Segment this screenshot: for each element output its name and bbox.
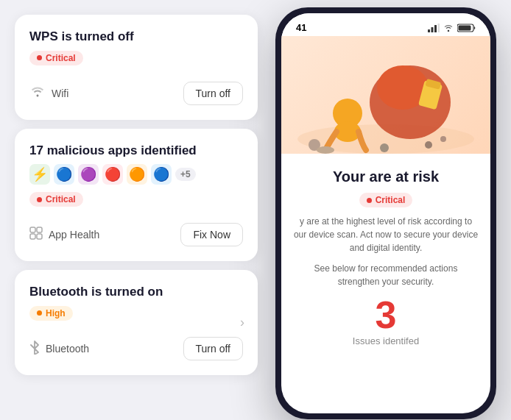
battery-icon	[457, 24, 476, 32]
malicious-card-title: 17 malicious apps identified	[29, 143, 243, 158]
svg-rect-3	[37, 234, 42, 239]
phone-screen: 41	[281, 13, 490, 413]
wps-footer-text: Wifi	[52, 88, 68, 99]
malicious-footer-label: App Health	[29, 227, 99, 243]
signal-icon	[428, 24, 440, 32]
wps-badge: Critical	[29, 51, 83, 65]
wps-badge-dot	[37, 55, 42, 60]
svg-point-16	[380, 143, 389, 152]
svg-rect-2	[30, 234, 35, 239]
malicious-badge-label: Critical	[46, 194, 76, 204]
wps-badge-label: Critical	[46, 53, 76, 63]
app-icon-3: 🟣	[78, 164, 99, 185]
svg-rect-5	[431, 27, 434, 32]
bluetooth-icon	[29, 340, 40, 357]
risk-title: Your are at risk	[333, 168, 439, 185]
bluetooth-badge-label: High	[46, 308, 66, 318]
malicious-apps-card: 17 malicious apps identified ⚡ 🔵 🟣 🔴 🟠 🔵…	[15, 129, 258, 262]
svg-rect-6	[434, 25, 437, 32]
phone-status-bar: 41	[281, 13, 490, 36]
bluetooth-card-footer: Bluetooth Turn off	[29, 337, 243, 360]
svg-rect-1	[37, 227, 42, 232]
phone-badge-label: Critical	[376, 195, 406, 205]
svg-rect-9	[459, 25, 471, 30]
bluetooth-card: › Bluetooth is turned on High Bluetooth …	[15, 270, 258, 375]
phone-status-icons	[428, 24, 476, 32]
wps-turnoff-button[interactable]: Turn off	[183, 82, 243, 105]
svg-point-18	[440, 136, 446, 142]
cards-container: WPS is turned off Critical Wifi Turn off…	[0, 0, 272, 420]
svg-rect-4	[428, 29, 430, 32]
svg-rect-0	[30, 227, 35, 232]
phone-time: 41	[296, 22, 306, 33]
wps-card-title: WPS is turned off	[29, 29, 243, 44]
app-icon-2: 🔵	[54, 164, 74, 185]
phone-outer: 41	[275, 7, 496, 419]
svg-point-17	[425, 141, 432, 149]
app-icons-row: ⚡ 🔵 🟣 🔴 🟠 🔵 +5	[29, 164, 243, 185]
app-icon-6: 🔵	[151, 164, 172, 185]
more-apps-badge: +5	[175, 168, 196, 181]
phone-critical-badge: Critical	[359, 193, 413, 207]
wps-footer-label: Wifi	[29, 85, 68, 101]
illustration-svg	[281, 36, 490, 154]
phone-mockup: 41	[253, 7, 511, 420]
chevron-right-icon: ›	[240, 315, 244, 330]
malicious-badge-dot	[37, 197, 42, 202]
svg-rect-7	[438, 24, 440, 32]
bluetooth-turnoff-button[interactable]: Turn off	[183, 337, 243, 360]
wifi-icon	[29, 85, 46, 101]
bluetooth-badge-dot	[37, 310, 42, 316]
fix-now-button[interactable]: Fix Now	[180, 223, 243, 246]
phone-content: Your are at risk Critical y are at the h…	[281, 154, 490, 413]
issues-label: Issues identifed	[353, 335, 419, 346]
malicious-badge: Critical	[29, 192, 83, 207]
app-icon-1: ⚡	[29, 164, 50, 185]
wps-card-footer: Wifi Turn off	[29, 82, 243, 105]
malicious-footer-text: App Health	[49, 229, 99, 241]
risk-text-2: See below for recommended actions streng…	[293, 262, 479, 288]
bluetooth-card-title: Bluetooth is turned on	[29, 285, 243, 299]
svg-point-19	[317, 146, 334, 154]
phone-illustration	[281, 36, 490, 154]
wps-card: WPS is turned off Critical Wifi Turn off	[15, 15, 258, 120]
app-icon-4: 🔴	[102, 164, 123, 185]
issues-count: 3	[376, 296, 397, 334]
app-icon-5: 🟠	[127, 164, 147, 185]
phone-badge-dot	[367, 198, 372, 203]
malicious-card-footer: App Health Fix Now	[29, 223, 243, 246]
bluetooth-footer-text: Bluetooth	[46, 343, 89, 355]
bluetooth-footer-label: Bluetooth	[29, 340, 89, 357]
apphealth-icon	[29, 227, 43, 243]
wifi-status-icon	[443, 24, 454, 32]
risk-text-1: y are at the highest level of risk accor…	[293, 215, 479, 255]
bluetooth-badge: High	[29, 306, 73, 321]
